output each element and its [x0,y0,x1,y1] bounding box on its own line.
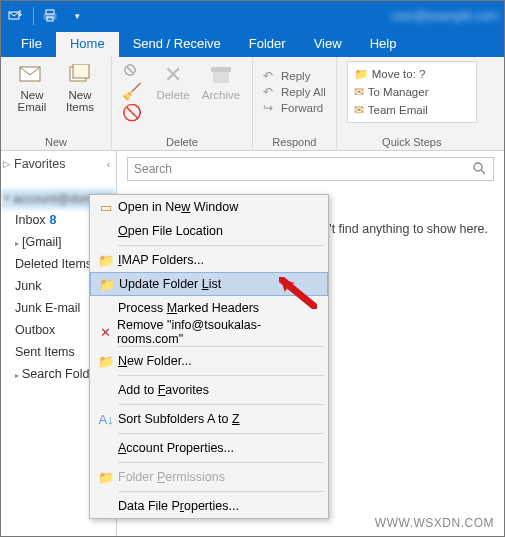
chevron-right-icon: ▷ [3,159,10,169]
qat-dropdown-icon[interactable]: ▾ [68,7,86,25]
ribbon-group-new: New Email New Items New [1,57,112,150]
ctx-new-folder[interactable]: 📁New Folder... [90,349,328,373]
ctx-remove-account[interactable]: ✕Remove "info@tsoukalas-rooms.com" [90,320,328,344]
svg-line-10 [481,170,485,174]
teamemail-icon: ✉ [354,103,364,117]
archive-label: Archive [202,89,240,101]
delete-icon: ✕ [159,61,187,89]
ignore-icon[interactable]: 🛇 [122,62,142,80]
ribbon-group-respond: ↶Reply ↶Reply All ↪Forward Respond [253,57,337,150]
tab-view[interactable]: View [300,32,356,57]
search-icon[interactable] [473,162,487,176]
permissions-icon: 📁 [94,470,118,485]
search-input[interactable]: Search [127,157,494,181]
favorites-header[interactable]: ▷ Favorites ‹ [1,155,116,177]
ctx-account-properties[interactable]: Account Properties... [90,436,328,460]
svg-rect-7 [211,67,231,72]
svg-rect-6 [73,64,89,78]
junk-icon[interactable]: 🚫 [122,103,142,122]
ctx-update-folder-list[interactable]: 📁Update Folder List [90,272,328,296]
new-email-icon [18,61,46,89]
tab-help[interactable]: Help [356,32,411,57]
reply-icon: ↶ [263,69,277,83]
titlebar-account: user@example.com [391,9,498,23]
tomanager-icon: ✉ [354,85,364,99]
ribbon-group-respond-label: Respond [263,134,326,148]
ctx-imap-folders[interactable]: 📁IMAP Folders... [90,248,328,272]
ctx-data-file-properties[interactable]: Data File Properties... [90,494,328,518]
quicksteps-gallery[interactable]: 📁Move to: ? ✉To Manager ✉Team Email [347,61,477,123]
forward-button[interactable]: ↪Forward [263,101,326,115]
ctx-add-to-favorites[interactable]: Add to Favorites [90,378,328,402]
archive-button[interactable]: Archive [200,61,242,101]
moveto-icon: 📁 [354,67,368,81]
remove-icon: ✕ [94,325,117,340]
new-items-icon [66,61,94,89]
sort-icon: A↓ [94,412,118,427]
ribbon-group-new-label: New [11,134,101,148]
svg-rect-8 [213,72,229,83]
svg-rect-1 [46,10,54,14]
refresh-folder-icon: 📁 [95,277,119,292]
ctx-open-file-location[interactable]: Open File Location [90,219,328,243]
tab-file[interactable]: File [7,32,56,57]
ribbon-tabs: File Home Send / Receive Folder View Hel… [1,31,504,57]
quick-access-toolbar: ▾ [7,7,86,25]
archive-icon [207,61,235,89]
new-folder-icon: 📁 [94,354,118,369]
new-items-button[interactable]: New Items [59,61,101,113]
ribbon-group-quicksteps-label: Quick Steps [347,134,477,148]
folder-icon: 📁 [94,253,118,268]
tab-send-receive[interactable]: Send / Receive [119,32,235,57]
ctx-open-new-window[interactable]: ▭Open in New Window [90,195,328,219]
open-window-icon: ▭ [94,200,118,215]
tab-home[interactable]: Home [56,32,119,57]
delete-button[interactable]: ✕ Delete [152,61,194,101]
forward-icon: ↪ [263,101,277,115]
ribbon-group-quicksteps: 📁Move to: ? ✉To Manager ✉Team Email Quic… [337,57,487,150]
reply-all-icon: ↶ [263,85,277,99]
ribbon-group-delete: 🛇 🧹 🚫 ✕ Delete Archive Delete [112,57,253,150]
reply-all-button[interactable]: ↶Reply All [263,85,326,99]
ribbon-group-delete-label: Delete [122,134,242,148]
ribbon: New Email New Items New 🛇 🧹 🚫 [1,57,504,151]
watermark: WWW.WSXDN.COM [375,516,494,530]
ctx-process-marked-headers[interactable]: Process Marked Headers [90,296,328,320]
delete-label: Delete [156,89,189,101]
reply-button[interactable]: ↶Reply [263,69,326,83]
qat-sendreceive-icon[interactable] [7,7,25,25]
tab-folder[interactable]: Folder [235,32,300,57]
new-email-button[interactable]: New Email [11,61,53,113]
ctx-folder-permissions[interactable]: 📁Folder Permissions [90,465,328,489]
ctx-sort-subfolders[interactable]: A↓Sort Subfolders A to Z [90,407,328,431]
context-menu: ▭Open in New Window Open File Location 📁… [89,194,329,519]
new-email-label: New Email [18,89,47,113]
svg-point-9 [474,163,482,171]
collapse-icon[interactable]: ‹ [107,159,110,170]
cleanup-icon[interactable]: 🧹 [122,82,142,101]
titlebar: ▾ user@example.com [1,1,504,31]
new-items-label: New Items [66,89,94,113]
qat-print-icon[interactable] [42,7,60,25]
